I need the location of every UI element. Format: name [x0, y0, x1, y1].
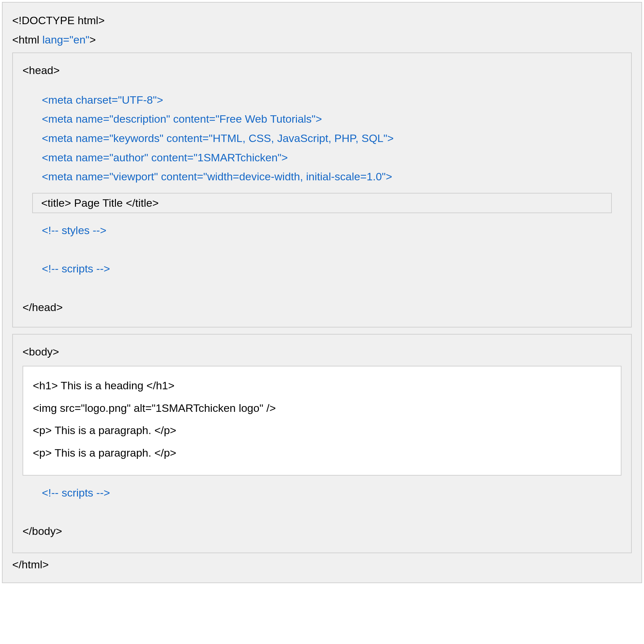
meta-viewport-line: <meta name="viewport" content="width=dev… [42, 169, 621, 185]
html-close-line: </html> [12, 557, 632, 573]
head-section: <head> <meta charset="UTF-8"> <meta name… [12, 52, 632, 327]
h1-line: <h1> This is a heading </h1> [33, 378, 611, 393]
meta-author-line: <meta name="author" content="1SMARTchick… [42, 150, 621, 166]
meta-description-line: <meta name="description" content="Free W… [42, 111, 621, 127]
html-open-suffix: > [90, 33, 96, 46]
html-open-line: <html lang="en"> [12, 32, 632, 48]
meta-keywords-line: <meta name="keywords" content="HTML, CSS… [42, 131, 621, 146]
title-box: <title> Page Title </title> [32, 193, 612, 213]
p-line-1: <p> This is a paragraph. </p> [33, 423, 611, 438]
img-line: <img src="logo.png" alt="1SMARTchicken l… [33, 401, 611, 416]
head-close: </head> [23, 300, 621, 315]
doctype-line: <!DOCTYPE html> [12, 13, 632, 28]
meta-charset-line: <meta charset="UTF-8"> [42, 92, 621, 108]
body-scripts-comment: <!-- scripts --> [42, 485, 621, 501]
title-line: <title> Page Title </title> [41, 197, 159, 209]
head-open: <head> [23, 63, 621, 78]
body-section: <body> <h1> This is a heading </h1> <img… [12, 334, 632, 553]
body-open: <body> [23, 344, 621, 360]
html-open-prefix: <html [12, 33, 43, 46]
head-scripts-comment: <!-- scripts --> [42, 261, 621, 277]
body-content-box: <h1> This is a heading </h1> <img src="l… [23, 366, 621, 475]
body-close: </body> [23, 524, 621, 539]
html-lang-attr: lang="en" [43, 33, 90, 46]
styles-comment: <!-- styles --> [42, 223, 621, 238]
p-line-2: <p> This is a paragraph. </p> [33, 445, 611, 461]
